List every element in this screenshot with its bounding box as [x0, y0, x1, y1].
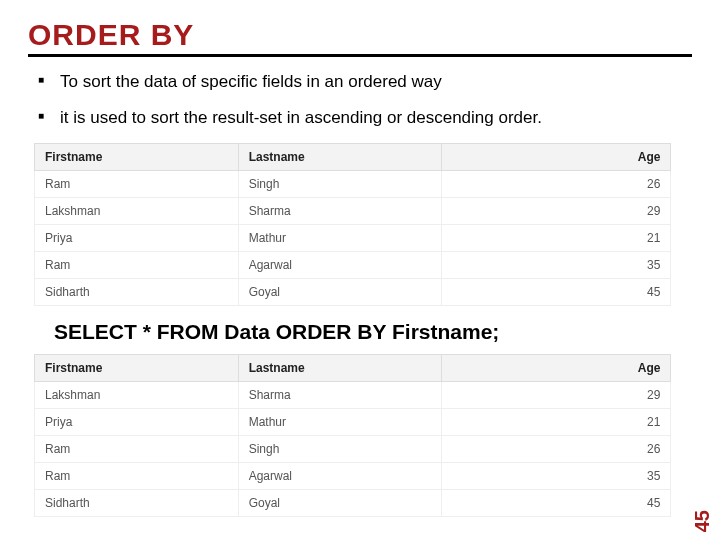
cell-age: 29: [442, 198, 671, 225]
cell-lastname: Singh: [238, 436, 442, 463]
sql-query: SELECT * FROM Data ORDER BY Firstname;: [54, 320, 692, 344]
cell-firstname: Ram: [35, 463, 239, 490]
cell-firstname: Lakshman: [35, 382, 239, 409]
cell-firstname: Ram: [35, 171, 239, 198]
col-lastname: Lastname: [238, 144, 442, 171]
cell-lastname: Sharma: [238, 198, 442, 225]
cell-lastname: Sharma: [238, 382, 442, 409]
col-age: Age: [442, 144, 671, 171]
cell-age: 29: [442, 382, 671, 409]
slide-title: ORDER BY: [28, 18, 692, 52]
source-table: Firstname Lastname Age RamSingh26 Lakshm…: [34, 143, 671, 306]
col-firstname: Firstname: [35, 355, 239, 382]
table-header-row: Firstname Lastname Age: [35, 355, 671, 382]
cell-lastname: Agarwal: [238, 463, 442, 490]
bullet-item: it is used to sort the result-set in asc…: [38, 107, 692, 129]
table-row: RamAgarwal35: [35, 252, 671, 279]
table-row: SidharthGoyal45: [35, 490, 671, 517]
cell-firstname: Ram: [35, 252, 239, 279]
cell-age: 45: [442, 490, 671, 517]
table-row: PriyaMathur21: [35, 409, 671, 436]
table-row: RamAgarwal35: [35, 463, 671, 490]
bullet-item: To sort the data of specific fields in a…: [38, 71, 692, 93]
col-lastname: Lastname: [238, 355, 442, 382]
cell-lastname: Mathur: [238, 409, 442, 436]
result-table: Firstname Lastname Age LakshmanSharma29 …: [34, 354, 671, 517]
cell-firstname: Sidharth: [35, 279, 239, 306]
cell-firstname: Ram: [35, 436, 239, 463]
cell-age: 21: [442, 409, 671, 436]
page-number: 45: [691, 510, 714, 532]
title-bar: ORDER BY: [28, 18, 692, 57]
cell-firstname: Priya: [35, 409, 239, 436]
cell-age: 26: [442, 436, 671, 463]
col-firstname: Firstname: [35, 144, 239, 171]
table-row: SidharthGoyal45: [35, 279, 671, 306]
cell-lastname: Singh: [238, 171, 442, 198]
table-header-row: Firstname Lastname Age: [35, 144, 671, 171]
table-row: PriyaMathur21: [35, 225, 671, 252]
cell-lastname: Agarwal: [238, 252, 442, 279]
cell-firstname: Priya: [35, 225, 239, 252]
table-row: LakshmanSharma29: [35, 382, 671, 409]
cell-age: 26: [442, 171, 671, 198]
cell-lastname: Mathur: [238, 225, 442, 252]
table-row: LakshmanSharma29: [35, 198, 671, 225]
cell-age: 35: [442, 463, 671, 490]
cell-age: 45: [442, 279, 671, 306]
cell-lastname: Goyal: [238, 279, 442, 306]
bullet-list: To sort the data of specific fields in a…: [38, 71, 692, 129]
cell-age: 21: [442, 225, 671, 252]
table-row: RamSingh26: [35, 436, 671, 463]
table-row: RamSingh26: [35, 171, 671, 198]
cell-firstname: Sidharth: [35, 490, 239, 517]
col-age: Age: [442, 355, 671, 382]
cell-firstname: Lakshman: [35, 198, 239, 225]
cell-lastname: Goyal: [238, 490, 442, 517]
cell-age: 35: [442, 252, 671, 279]
